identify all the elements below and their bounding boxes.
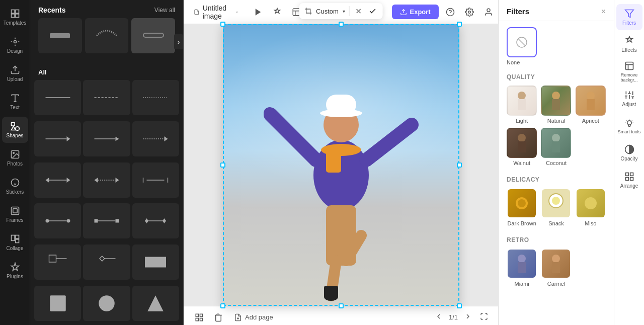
shape-item-diamond-open[interactable]: [83, 245, 130, 280]
shape-item-dashed-line[interactable]: [83, 80, 130, 115]
grid-bottom-button[interactable]: [192, 310, 207, 325]
grid-icon: [195, 313, 204, 322]
filter-section-retro: Retro Miami Carmel: [499, 230, 614, 291]
prev-page-button[interactable]: [433, 310, 445, 324]
arrange-icon: [624, 172, 634, 182]
recent-item[interactable]: [38, 18, 82, 53]
recent-item[interactable]: [131, 18, 175, 53]
export-button[interactable]: Export: [392, 5, 439, 19]
crop-divider: [349, 6, 350, 16]
tool-adjust-button[interactable]: Adjust: [616, 86, 642, 112]
tool-filters-button[interactable]: Filters: [616, 4, 642, 30]
sidebar-item-stickers[interactable]: Stickers: [2, 173, 28, 199]
svg-marker-27: [115, 137, 119, 141]
tool-removebg-button[interactable]: Remove backgr...: [616, 58, 642, 85]
shape-item-dotted-double-arrow[interactable]: [83, 162, 130, 198]
svg-marker-50: [100, 256, 105, 261]
shape-item-diamond-line[interactable]: [132, 203, 179, 238]
settings-button[interactable]: [462, 5, 477, 20]
handle-top-left[interactable]: [220, 22, 225, 27]
shape-item-rectangle-filled[interactable]: [132, 245, 179, 280]
file-menu[interactable]: Untitled image: [190, 2, 243, 22]
handle-bottom-middle[interactable]: [339, 303, 344, 308]
filter-item-walnut[interactable]: Walnut: [507, 128, 537, 166]
filter-none[interactable]: [507, 27, 537, 57]
sidebar-item-upload[interactable]: Upload: [2, 60, 28, 87]
trash-button[interactable]: [211, 310, 226, 325]
sidebar-item-shapes[interactable]: Shapes: [2, 117, 28, 143]
add-page-button[interactable]: Add page: [230, 311, 277, 323]
crop-cancel-button[interactable]: [354, 6, 364, 16]
trash-icon: [214, 313, 223, 322]
filter-label-darkbrown: Dark Brown: [507, 220, 536, 226]
account-button[interactable]: [481, 5, 496, 20]
shape-item-dotted-arrow-right[interactable]: [132, 121, 179, 156]
shape-item-square-line[interactable]: [83, 203, 130, 238]
play-button[interactable]: [251, 5, 266, 20]
sidebar-item-frames[interactable]: Frames: [2, 201, 28, 227]
handle-bottom-right[interactable]: [457, 303, 462, 308]
handle-bottom-left[interactable]: [220, 303, 225, 308]
svg-rect-1: [15, 10, 19, 14]
svg-rect-91: [518, 99, 526, 110]
filter-item-carmel[interactable]: Carmel: [541, 249, 571, 287]
handle-top-middle[interactable]: [339, 22, 344, 27]
shape-item-triangle[interactable]: [132, 286, 179, 321]
page-nav: 1/1: [433, 310, 490, 324]
recent-item[interactable]: [85, 18, 129, 53]
document-title: Untitled image: [203, 4, 232, 20]
filters-icon: [624, 9, 634, 19]
filters-close-button[interactable]: ×: [601, 8, 606, 16]
filter-item-apricot[interactable]: Apricot: [576, 86, 606, 124]
shape-item-square[interactable]: [34, 286, 81, 321]
shape-item-arrow-right-2[interactable]: [83, 121, 130, 156]
tool-effects-button[interactable]: Effects: [616, 31, 642, 57]
handle-top-right[interactable]: [457, 22, 462, 27]
filter-item-light[interactable]: Light: [507, 86, 537, 124]
crop-chevron-icon[interactable]: ▾: [343, 9, 345, 14]
filter-item-coconut[interactable]: Coconut: [541, 128, 571, 166]
shape-item-solid-line[interactable]: [34, 80, 81, 115]
svg-rect-97: [518, 141, 526, 152]
sidebar-item-text[interactable]: Text: [2, 89, 28, 115]
tool-arrange-button[interactable]: Arrange: [616, 167, 642, 193]
svg-marker-35: [115, 178, 119, 183]
filter-item-darkbrown[interactable]: Dark Brown: [507, 188, 537, 226]
canvas-content[interactable]: Custom ▾: [184, 24, 498, 306]
crop-confirm-button[interactable]: [368, 6, 378, 16]
handle-middle-right[interactable]: [457, 162, 462, 168]
help-button[interactable]: [443, 5, 458, 20]
sidebar-item-templates[interactable]: Templates: [2, 4, 28, 30]
filter-item-miami[interactable]: Miami: [507, 249, 537, 287]
sidebar-item-design[interactable]: Design: [2, 32, 28, 58]
sidebar-item-collage[interactable]: Collage: [2, 229, 28, 256]
recents-next-button[interactable]: ›: [174, 34, 183, 49]
next-page-button[interactable]: [462, 310, 474, 324]
filter-thumb-miami: [507, 249, 537, 279]
shape-item-circle-line[interactable]: [34, 203, 81, 238]
tool-opacity-button[interactable]: Opacity: [616, 140, 642, 166]
shape-item-square-open[interactable]: [34, 245, 81, 280]
magic-button[interactable]: [270, 5, 285, 20]
fullscreen-button[interactable]: [478, 310, 490, 324]
shape-item-double-arrow[interactable]: [34, 162, 81, 198]
shape-item-dotted-line[interactable]: [132, 80, 179, 115]
filter-label-snack: Snack: [548, 220, 564, 226]
filter-item-natural[interactable]: Natural: [541, 86, 571, 124]
filter-item-miso[interactable]: Miso: [576, 188, 606, 226]
svg-marker-10: [11, 126, 15, 130]
export-icon: [400, 9, 407, 16]
filter-label-natural: Natural: [547, 118, 565, 124]
handle-middle-left[interactable]: [220, 162, 225, 168]
sidebar-item-photos[interactable]: Photos: [2, 145, 28, 171]
view-all-link[interactable]: View all: [154, 7, 175, 14]
sidebar-item-plugins[interactable]: Plugins: [2, 258, 28, 284]
svg-point-13: [11, 179, 19, 187]
tool-smarttools-button[interactable]: Smart tools: [616, 113, 642, 139]
shape-item-arrow-right[interactable]: [34, 121, 81, 156]
shape-item-bar-double-arrow[interactable]: [132, 162, 179, 198]
svg-point-101: [518, 199, 526, 207]
shape-item-circle[interactable]: [83, 286, 130, 321]
filter-item-snack[interactable]: Snack: [541, 188, 571, 226]
svg-point-96: [518, 134, 526, 142]
